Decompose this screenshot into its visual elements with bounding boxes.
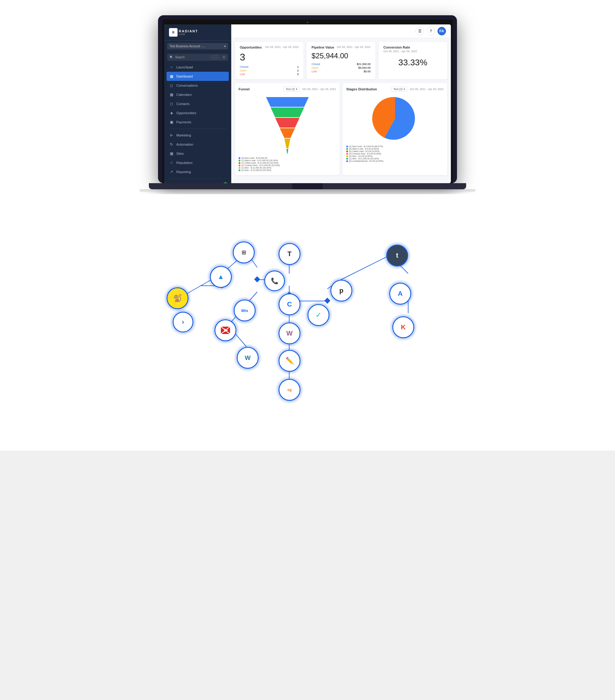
sidebar-item-reporting[interactable]: ↗ Reporting: [164, 167, 231, 176]
help-button[interactable]: ?: [426, 27, 435, 35]
sidebar-item-opportunities[interactable]: ◈ Opportunities: [164, 108, 231, 117]
main-content: ☰ ? FA Opportunities Oct 28, 2021 - Apr …: [231, 24, 451, 183]
sidebar-item-payments[interactable]: ▣ Payments: [164, 117, 231, 127]
charts-row: Funnel Test (3) ▾ Oct 28, 2021 - Apr 29,…: [231, 83, 451, 179]
node-clio[interactable]: C: [279, 293, 300, 315]
sidebar-item-label: Dashboard: [176, 75, 193, 78]
menu-button[interactable]: ☰: [415, 27, 424, 35]
laptop-section: R RADIANT CRM Test Business Account - ..…: [0, 0, 615, 194]
search-icon: 🔍: [170, 55, 173, 59]
metric-card-opportunities: Opportunities Oct 28, 2021 - Apr 29, 202…: [235, 42, 304, 79]
sidebar-item-sites[interactable]: ▦ Sites: [164, 149, 231, 158]
search-shortcut: ctrl K: [211, 55, 219, 59]
logo-subtext: CRM: [179, 33, 198, 36]
top-bar: ☰ ? FA: [231, 24, 451, 38]
svg-marker-4: [284, 139, 291, 148]
laptop-frame: R RADIANT CRM Test Business Account - ..…: [158, 15, 457, 183]
node-sendgrid[interactable]: sg: [279, 379, 300, 401]
integration-network: T 📞 C W ✏️ sg ⊞ ▲: [140, 207, 475, 420]
node-ringy[interactable]: 📞: [264, 271, 285, 291]
chevron-down-icon: ▾: [296, 88, 297, 91]
node-checkmark[interactable]: ✓: [307, 304, 330, 326]
reporting-icon: ↗: [169, 170, 174, 174]
logo-icon: R: [172, 31, 174, 34]
sidebar-item-settings[interactable]: ⚙ Settings ✓: [164, 180, 231, 183]
opportunities-icon: ◈: [169, 111, 174, 115]
stages-filter[interactable]: Test (3) ▾: [391, 87, 407, 91]
chart-stages: Stages Distribution Test (3) ▾ Oct 28, 2…: [343, 83, 447, 175]
sidebar-item-label: Payments: [176, 120, 191, 124]
contacts-icon: ◻: [169, 102, 174, 106]
node-x-video[interactable]: [215, 319, 236, 341]
funnel-legend: (3) New Lead - $ 25,944.00 (1) Warm Lead…: [239, 157, 336, 171]
sidebar-logo: R RADIANT CRM: [164, 24, 231, 41]
sidebar: R RADIANT CRM Test Business Account - ..…: [164, 24, 231, 183]
sidebar-item-conversations[interactable]: ◻ Conversations: [164, 81, 231, 90]
chevron-down-icon: ▾: [403, 88, 405, 91]
search-label: Search: [175, 55, 185, 59]
sidebar-item-reputation[interactable]: ☆ Reputation: [164, 158, 231, 167]
laptop-reflection: [140, 189, 475, 194]
sidebar-item-label: Launchpad: [176, 65, 193, 69]
logo-text: RADIANT: [179, 29, 198, 33]
node-mailchimp[interactable]: 🐒: [167, 287, 189, 309]
node-buffer[interactable]: ▲: [210, 266, 232, 288]
marketing-icon: ⊳: [169, 133, 174, 137]
node-wix[interactable]: Wix: [234, 299, 256, 322]
svg-marker-0: [266, 97, 309, 107]
sidebar-item-automation[interactable]: ↻ Automation: [164, 140, 231, 149]
pie-svg: [371, 94, 420, 143]
node-agora[interactable]: A: [389, 283, 411, 305]
sidebar-item-label: Contacts: [176, 102, 190, 105]
search-plus-icon[interactable]: ➕: [222, 55, 226, 59]
sites-icon: ▦: [169, 151, 174, 156]
node-squarespace[interactable]: ⊞: [233, 241, 255, 263]
node-tumblr[interactable]: t: [386, 245, 408, 266]
chart-funnel: Funnel Test (3) ▾ Oct 28, 2021 - Apr 29,…: [235, 83, 339, 175]
chevron-down-icon: ▾: [224, 45, 226, 48]
node-wordpress[interactable]: W: [237, 347, 259, 369]
svg-line-22: [341, 255, 390, 280]
avatar-button[interactable]: FA: [437, 27, 446, 35]
account-name: Test Business Account - ...: [170, 45, 205, 48]
funnel-svg: [260, 94, 315, 155]
account-selector[interactable]: Test Business Account - ... ▾: [167, 43, 228, 49]
sidebar-item-contacts[interactable]: ◻ Contacts: [164, 99, 231, 108]
sidebar-item-label: Automation: [176, 142, 193, 146]
sidebar-item-launchpad[interactable]: ○ Launchpad: [164, 63, 231, 72]
sidebar-item-label: Conversations: [176, 84, 198, 87]
sidebar-item-label: Marketing: [176, 134, 191, 137]
sidebar-item-label: Opportunities: [176, 111, 196, 115]
node-woocommerce[interactable]: W: [279, 322, 300, 345]
search-bar[interactable]: 🔍 Search ctrl K ➕: [167, 54, 228, 61]
sidebar-item-dashboard[interactable]: ▦ Dashboard: [167, 72, 229, 81]
node-kartra[interactable]: K: [392, 316, 414, 338]
svg-marker-3: [280, 128, 295, 138]
dashboard-icon: ▦: [169, 74, 174, 78]
metric-card-pipeline: Pipeline Value Oct 28, 2021 - Apr 29, 20…: [307, 42, 375, 79]
metric-card-conversion: Conversion Rate Oct 28, 2021 - Apr 29, 2…: [379, 42, 447, 79]
sidebar-item-marketing[interactable]: ⊳ Marketing: [164, 131, 231, 140]
sidebar-item-calendars[interactable]: ▦ Calendars: [164, 90, 231, 99]
node-forward[interactable]: ›: [173, 312, 193, 333]
laptop-base: [149, 183, 466, 189]
svg-marker-1: [271, 108, 304, 117]
payments-icon: ▣: [169, 120, 174, 124]
integration-section: T 📞 C W ✏️ sg ⊞ ▲: [0, 194, 615, 451]
nav-divider: [169, 128, 226, 129]
node-design-tool[interactable]: ✏️: [279, 350, 300, 372]
sidebar-bottom: ⚙ Settings ✓: [164, 176, 231, 183]
laptop-screen: R RADIANT CRM Test Business Account - ..…: [164, 24, 451, 183]
sidebar-item-label: Reporting: [176, 170, 191, 174]
sidebar-item-label: Calendars: [176, 93, 192, 97]
node-typeform[interactable]: T: [279, 243, 300, 265]
metrics-grid: Opportunities Oct 28, 2021 - Apr 29, 202…: [231, 38, 451, 83]
node-peerspace[interactable]: p: [330, 280, 353, 302]
laptop-notch: [292, 183, 323, 189]
svg-marker-2: [275, 118, 299, 128]
calendars-icon: ▦: [169, 92, 174, 97]
automation-icon: ↻: [169, 142, 174, 147]
funnel-filter[interactable]: Test (3) ▾: [283, 87, 299, 91]
svg-marker-5: [286, 149, 288, 153]
launchpad-icon: ○: [169, 65, 174, 69]
